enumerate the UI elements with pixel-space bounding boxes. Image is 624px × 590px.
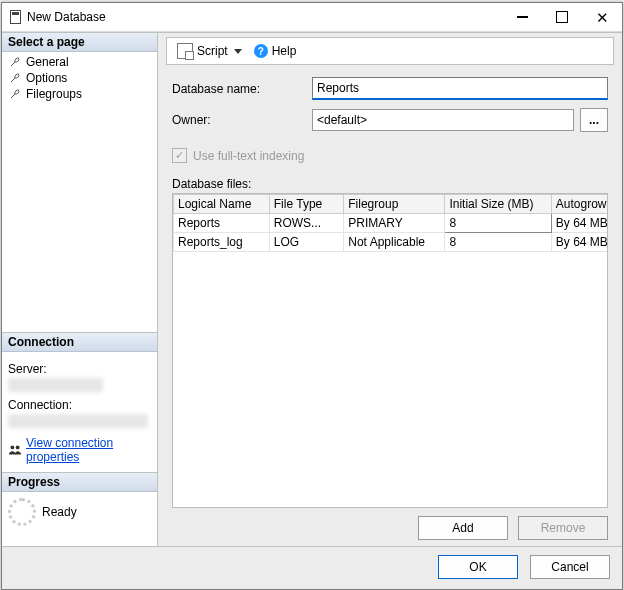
page-item-label: Options xyxy=(26,71,67,85)
help-label: Help xyxy=(272,44,297,58)
cell-initial-size[interactable]: 8 xyxy=(445,214,551,233)
close-button[interactable]: ✕ xyxy=(582,3,622,31)
maximize-button[interactable] xyxy=(542,3,582,31)
progress-status: Ready xyxy=(42,505,77,519)
database-files-grid[interactable]: Logical Name File Type Filegroup Initial… xyxy=(172,193,608,508)
owner-browse-button[interactable]: ... xyxy=(580,108,608,132)
owner-label: Owner: xyxy=(172,113,312,127)
window-title: New Database xyxy=(27,10,502,24)
database-files-label: Database files: xyxy=(172,177,608,191)
owner-input[interactable] xyxy=(312,109,574,131)
titlebar: New Database ✕ xyxy=(2,3,622,32)
database-name-label: Database name: xyxy=(172,82,312,96)
cell-autogrowth[interactable]: By 64 MB, Unlimited xyxy=(551,233,608,252)
database-name-input[interactable] xyxy=(312,77,608,100)
page-item-filegroups[interactable]: Filegroups xyxy=(2,86,157,102)
table-row[interactable]: Reports ROWS... PRIMARY 8 By 64 MB, Unli… xyxy=(174,214,609,233)
cell-filegroup[interactable]: PRIMARY xyxy=(344,214,445,233)
wrench-icon xyxy=(8,87,22,101)
page-item-label: General xyxy=(26,55,69,69)
wrench-icon xyxy=(8,55,22,69)
add-button[interactable]: Add xyxy=(418,516,508,540)
fulltext-checkbox: ✓ xyxy=(172,148,187,163)
col-logical-name[interactable]: Logical Name xyxy=(174,195,270,214)
cell-initial-size[interactable]: 8 xyxy=(445,233,551,252)
col-filegroup[interactable]: Filegroup xyxy=(344,195,445,214)
page-item-general[interactable]: General xyxy=(2,54,157,70)
progress-section: Progress Ready xyxy=(2,472,157,546)
cell-file-type[interactable]: ROWS... xyxy=(269,214,344,233)
client-area: Select a page General Options xyxy=(2,32,622,546)
page-item-label: Filegroups xyxy=(26,87,82,101)
remove-button: Remove xyxy=(518,516,608,540)
script-button[interactable]: Script xyxy=(173,42,246,60)
cell-logical-name[interactable]: Reports_log xyxy=(174,233,270,252)
script-icon xyxy=(177,43,193,59)
minimize-button[interactable] xyxy=(502,3,542,31)
cell-filegroup[interactable]: Not Applicable xyxy=(344,233,445,252)
ok-button[interactable]: OK xyxy=(438,555,518,579)
svg-point-0 xyxy=(10,445,14,449)
table-row[interactable]: Reports_log LOG Not Applicable 8 By 64 M… xyxy=(174,233,609,252)
database-icon xyxy=(10,10,21,24)
server-label: Server: xyxy=(8,362,151,376)
help-button[interactable]: ? Help xyxy=(250,43,301,59)
right-pane: Script ? Help Database name: Owner: ... xyxy=(158,33,622,546)
page-list: General Options Filegroups xyxy=(2,52,157,110)
progress-spinner-icon xyxy=(8,498,36,526)
cell-autogrowth[interactable]: By 64 MB, Unlimited xyxy=(551,214,608,233)
svg-point-1 xyxy=(16,445,20,449)
connection-section: Connection Server: Connection: View conn… xyxy=(2,332,157,472)
fulltext-checkbox-row: ✓ Use full-text indexing xyxy=(172,148,608,163)
col-autogrowth[interactable]: Autogrowth / Maxsize xyxy=(551,195,608,214)
connection-label: Connection: xyxy=(8,398,151,412)
people-icon xyxy=(8,443,22,457)
cell-file-type[interactable]: LOG xyxy=(269,233,344,252)
left-pane: Select a page General Options xyxy=(2,33,158,546)
dialog-footer: OK Cancel xyxy=(2,546,622,589)
help-icon: ? xyxy=(254,44,268,58)
connection-value xyxy=(8,414,148,428)
connection-header: Connection xyxy=(2,333,157,352)
chevron-down-icon[interactable] xyxy=(234,49,242,54)
fulltext-label: Use full-text indexing xyxy=(193,149,304,163)
cell-logical-name[interactable]: Reports xyxy=(174,214,270,233)
dialog-window: New Database ✕ Select a page General xyxy=(1,2,623,590)
wrench-icon xyxy=(8,71,22,85)
view-connection-properties-link[interactable]: View connection properties xyxy=(26,436,151,464)
col-initial-size[interactable]: Initial Size (MB) xyxy=(445,195,551,214)
script-label: Script xyxy=(197,44,228,58)
cancel-button[interactable]: Cancel xyxy=(530,555,610,579)
select-page-header: Select a page xyxy=(2,33,157,52)
table-header-row: Logical Name File Type Filegroup Initial… xyxy=(174,195,609,214)
toolbar: Script ? Help xyxy=(166,37,614,65)
page-item-options[interactable]: Options xyxy=(2,70,157,86)
col-file-type[interactable]: File Type xyxy=(269,195,344,214)
form-area: Database name: Owner: ... ✓ Use full-tex… xyxy=(166,65,614,540)
server-value xyxy=(8,378,103,392)
progress-header: Progress xyxy=(2,473,157,492)
